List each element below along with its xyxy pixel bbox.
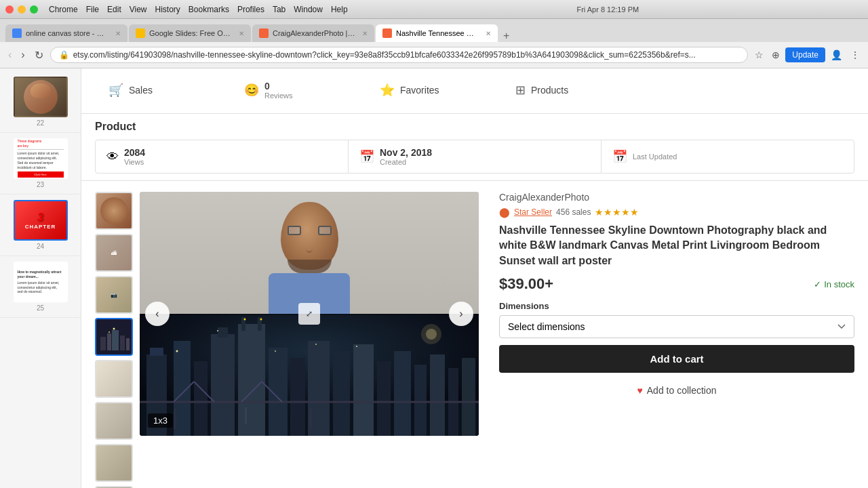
close-button[interactable] <box>5 5 14 14</box>
main-image-container[interactable]: ‹ › ⤢ 1x3 <box>140 192 479 436</box>
reviews-count: 0 <box>264 81 293 92</box>
maximize-button[interactable] <box>30 5 38 14</box>
svg-rect-27 <box>430 354 445 436</box>
tab-favicon-1 <box>12 28 22 38</box>
dimensions-label: Dimensions <box>499 301 854 311</box>
svg-rect-1 <box>100 337 106 350</box>
shop-nav-reviews-text: 0 Reviews <box>264 81 293 100</box>
check-icon: ✓ <box>814 279 821 289</box>
thumbnail-6[interactable] <box>95 402 133 440</box>
favorites-icon: ⭐ <box>380 83 395 98</box>
traffic-lights[interactable] <box>5 5 38 14</box>
menu-window[interactable]: Window <box>294 5 323 14</box>
sidebar-item-22[interactable]: 22 <box>0 71 81 133</box>
svg-rect-22 <box>333 351 350 436</box>
menu-chrome[interactable]: Chrome <box>49 5 78 14</box>
svg-rect-25 <box>394 351 411 436</box>
reviews-sub: Reviews <box>264 92 293 100</box>
add-to-collection-label: Add to collection <box>647 385 717 396</box>
svg-rect-14 <box>211 334 235 436</box>
thumbnail-5[interactable] <box>95 360 133 398</box>
menu-file[interactable]: File <box>86 5 99 14</box>
created-value: Nov 2, 2018 <box>380 147 432 158</box>
add-to-collection-button[interactable]: ♥ Add to collection <box>499 378 854 403</box>
extensions-button[interactable]: ⊕ <box>769 47 783 63</box>
tab-3[interactable]: CraigAlexanderPhoto | Etsy ✕ <box>252 24 374 42</box>
shop-nav-favorites[interactable]: ⭐ Favorites <box>366 74 502 108</box>
shop-nav-sales[interactable]: 🛒 Sales <box>95 74 231 108</box>
thumbnail-4[interactable] <box>95 318 133 356</box>
shop-nav: 🛒 Sales 😊 0 Reviews ⭐ Favorites ⊞ Prod <box>95 74 854 108</box>
sidebar-thumb-25: How to magnetically attract your dream..… <box>14 262 68 302</box>
reviews-icon: 😊 <box>244 83 259 98</box>
update-button[interactable]: Update <box>785 47 825 62</box>
shop-nav-reviews[interactable]: 😊 0 Reviews <box>231 74 366 108</box>
created-label: Created <box>380 158 432 166</box>
sidebar-item-24[interactable]: 3 CHAPTER 24 <box>0 195 81 256</box>
menu-tab[interactable]: Tab <box>273 5 285 14</box>
svg-rect-4 <box>120 336 125 350</box>
tab-1[interactable]: online canvas store - Google S... ✕ <box>5 24 127 42</box>
dimensions-select[interactable]: Select dimensions <box>499 315 854 338</box>
tab-close-1[interactable]: ✕ <box>115 30 121 37</box>
svg-rect-42 <box>174 409 176 429</box>
heart-icon: ♥ <box>637 385 642 396</box>
tab-2[interactable]: Google Slides: Free Online Sli... ✕ <box>129 24 251 42</box>
tab-close-3[interactable]: ✕ <box>362 30 368 37</box>
menu-view[interactable]: View <box>130 5 147 14</box>
tab-4[interactable]: Nashville Tennessee Skyline D... ✕ <box>376 24 498 42</box>
add-to-cart-button[interactable]: Add to cart <box>499 345 854 373</box>
product-main: 🏙 📷 <box>81 181 868 488</box>
nav-actions: ☆ ⊕ Update 👤 ⋮ <box>752 47 863 63</box>
sidebar-thumb-24: 3 CHAPTER <box>14 200 68 241</box>
svg-rect-23 <box>353 344 374 436</box>
menu-bookmarks[interactable]: Bookmarks <box>189 5 229 14</box>
in-stock-badge: ✓ In stock <box>814 279 854 289</box>
main-layout: 22 These diagramsare key Lorem ipsum dol… <box>0 68 868 488</box>
menu-help[interactable]: Help <box>331 5 348 14</box>
expand-image-button[interactable]: ⤢ <box>298 303 320 325</box>
menu-edit[interactable]: Edit <box>107 5 121 14</box>
meta-views: 👁 2084 Views <box>96 140 349 173</box>
sidebar-num-24: 24 <box>37 243 44 250</box>
svg-rect-26 <box>414 365 427 436</box>
thumbnail-7[interactable] <box>95 444 133 482</box>
back-button[interactable]: ‹ <box>5 46 14 64</box>
new-tab-button[interactable]: + <box>499 30 513 42</box>
sidebar-item-25[interactable]: How to magnetically attract your dream..… <box>0 256 81 318</box>
thumbnail-1[interactable] <box>95 192 133 230</box>
sidebar-item-23[interactable]: These diagramsare key Lorem ipsum dolor … <box>0 133 81 195</box>
person-image <box>140 192 479 319</box>
meta-updated: 📅 Last Updated <box>601 140 854 173</box>
prev-image-button[interactable]: ‹ <box>145 302 170 326</box>
reload-button[interactable]: ↻ <box>32 46 46 64</box>
next-image-button[interactable]: › <box>449 302 473 326</box>
updated-icon: 📅 <box>612 149 627 164</box>
thumbnail-2[interactable]: 🏙 <box>95 234 133 272</box>
svg-rect-5 <box>126 338 130 350</box>
tab-close-2[interactable]: ✕ <box>239 30 244 37</box>
menu-history[interactable]: History <box>155 5 180 14</box>
menu-button[interactable]: ⋮ <box>848 47 863 63</box>
forward-button[interactable]: › <box>18 46 27 64</box>
star-seller-link[interactable]: Star Seller <box>514 207 552 217</box>
shop-header: 🛒 Sales 😊 0 Reviews ⭐ Favorites ⊞ Prod <box>81 68 868 114</box>
minimize-button[interactable] <box>18 5 26 14</box>
menu-profiles[interactable]: Profiles <box>237 5 264 14</box>
svg-rect-13 <box>194 361 208 436</box>
svg-rect-3 <box>112 330 119 350</box>
profile-button[interactable]: 👤 <box>828 47 845 63</box>
address-bar[interactable]: 🔒 etsy.com/listing/641903098/nashville-t… <box>50 47 749 63</box>
svg-point-36 <box>217 330 218 331</box>
skyline-image <box>140 314 479 436</box>
shop-nav-products[interactable]: ⊞ Products <box>502 74 637 108</box>
product-section: Product 👁 2084 Views 📅 Nov 2, 2018 Creat… <box>81 114 868 181</box>
bookmark-button[interactable]: ☆ <box>752 47 766 63</box>
tab-close-4[interactable]: ✕ <box>486 30 491 37</box>
svg-rect-29 <box>462 358 475 436</box>
product-section-title: Product <box>95 121 854 133</box>
created-icon: 📅 <box>359 149 374 164</box>
thumbnail-3[interactable]: 📷 <box>95 276 133 314</box>
views-label: Views <box>124 158 145 166</box>
svg-point-38 <box>260 319 262 321</box>
